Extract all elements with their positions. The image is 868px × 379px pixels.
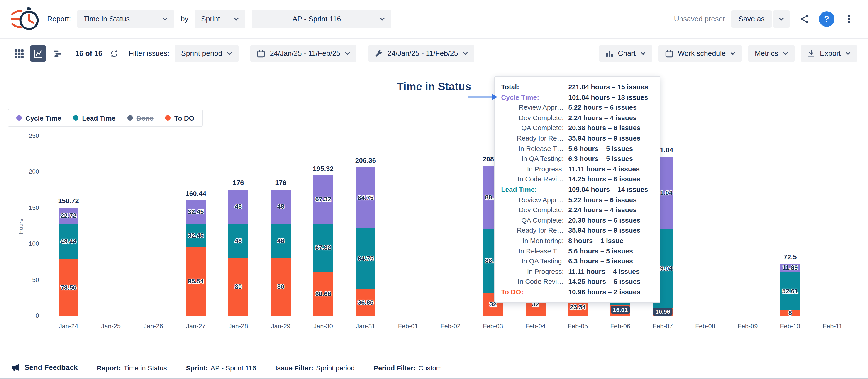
calendar-icon xyxy=(257,49,265,58)
tooltip-row-value: 10.96 hours – 2 issues xyxy=(568,287,641,297)
tooltip-row-label: In Release T… xyxy=(501,246,568,256)
issue-filter-value: Sprint period xyxy=(181,50,222,58)
tooltip-row-label: Review Appr… xyxy=(501,195,568,205)
y-axis-tick: 100 xyxy=(20,240,39,247)
bar-total-label: 206.36 xyxy=(355,157,376,164)
x-axis-line xyxy=(43,316,855,316)
report-type-select[interactable]: Time in Status xyxy=(77,10,174,28)
tooltip-row-value: 11.11 hours – 4 issues xyxy=(568,164,640,174)
bar-segment-label: 52.61 xyxy=(782,287,798,294)
metrics-select[interactable]: Metrics xyxy=(748,45,794,62)
chart-type-select[interactable]: Chart xyxy=(599,45,652,62)
x-axis-label: Jan-28 xyxy=(217,322,260,329)
x-axis-label: Feb-10 xyxy=(769,322,811,329)
tooltip-row-value: 8 hours – 1 issue xyxy=(568,236,623,246)
y-axis-tick: 150 xyxy=(20,204,39,211)
bar-segment-label: 36.86 xyxy=(358,298,373,306)
bar-segment-label: 67.32 xyxy=(315,196,331,203)
chevron-down-icon xyxy=(227,52,232,55)
footer-summary-value: AP - Sprint 116 xyxy=(211,364,256,372)
x-axis-label: Jan-27 xyxy=(175,322,217,329)
tooltip-row-label: In Code Revi… xyxy=(501,174,568,185)
more-options-button[interactable]: ⋮ xyxy=(841,11,857,27)
send-feedback-button[interactable]: Send Feedback xyxy=(11,364,78,372)
save-as-menu-button[interactable] xyxy=(773,10,790,28)
megaphone-icon xyxy=(11,364,20,372)
footer-summary-item: Report:Time in Status xyxy=(97,364,167,372)
tooltip-row-label: QA Complete: xyxy=(501,215,568,225)
calendar-icon xyxy=(664,49,673,58)
chart-type-value: Chart xyxy=(618,50,636,58)
bar-segment-label: 16.01 xyxy=(611,306,630,314)
footer-summary-label: Report: xyxy=(97,364,121,372)
grid-view-button[interactable] xyxy=(11,45,27,62)
group-by-value: Sprint xyxy=(201,15,229,23)
tooltip-row-label: In Code Revi… xyxy=(501,277,568,287)
tooltip-row-in-release-t: In Release T…5.6 hours – 5 issues xyxy=(501,144,653,154)
filter-issues-label: Filter issues: xyxy=(129,50,169,58)
chart-view-button[interactable] xyxy=(30,45,46,62)
annotation-arrow-icon xyxy=(468,93,498,101)
bar-segment-label: 48 xyxy=(277,237,284,244)
bar-segment-label: 48 xyxy=(277,202,284,210)
tooltip-row-label: Total: xyxy=(501,82,568,92)
tooltip-row-qa-complete: QA Complete:20.38 hours – 6 issues xyxy=(501,215,653,225)
bar-total-label: 72.5 xyxy=(783,253,797,261)
custom-period-select[interactable]: 24/Jan/25 - 11/Feb/25 xyxy=(369,45,474,62)
sprint-value: AP - Sprint 116 xyxy=(258,15,375,23)
line-chart-icon xyxy=(33,49,43,58)
tooltip-row-label: In QA Testing: xyxy=(501,154,568,164)
chart-area: Time in Status Cycle TimeLead TimeDoneTo… xyxy=(0,68,868,357)
share-icon xyxy=(800,14,809,24)
chevron-down-icon xyxy=(845,52,851,55)
custom-period-value: 24/Jan/25 - 11/Feb/25 xyxy=(388,50,458,58)
y-axis-tick: 250 xyxy=(20,132,39,139)
share-button[interactable] xyxy=(796,11,813,27)
footer-summary-value: Custom xyxy=(418,364,442,372)
tooltip-row-label: QA Complete: xyxy=(501,123,568,133)
bar-segment-label: 48 xyxy=(235,202,242,210)
tooltip-row-in-code-revi: In Code Revi…14.25 hours – 6 issues xyxy=(501,174,653,185)
chevron-down-icon xyxy=(779,17,784,21)
chevron-down-icon xyxy=(783,52,788,55)
tooltip-row-total: Total:221.04 hours – 15 issues xyxy=(501,82,653,92)
grid-view-icon xyxy=(14,49,24,58)
x-axis-label: Jan-29 xyxy=(259,322,302,329)
x-axis-label: Feb-03 xyxy=(472,322,514,329)
bar-segment-label: 48 xyxy=(235,237,242,244)
preset-status: Unsaved preset xyxy=(674,15,725,23)
issue-filter-select[interactable]: Sprint period xyxy=(175,45,239,62)
metrics-value: Metrics xyxy=(755,50,778,58)
tooltip-row-value: 5.6 hours – 5 issues xyxy=(568,144,633,154)
tooltip-row-value: 5.22 hours – 6 issues xyxy=(568,102,637,113)
x-axis-label: Feb-09 xyxy=(726,322,769,329)
export-select[interactable]: Export xyxy=(801,45,857,62)
refresh-button[interactable] xyxy=(108,45,120,62)
tooltip-row-label: In Release T… xyxy=(501,144,568,154)
tooltip-row-lead-time: Lead Time:109.04 hours – 14 issues xyxy=(501,185,653,195)
tooltip-row-label: Lead Time: xyxy=(501,185,568,195)
x-axis-label: Jan-25 xyxy=(90,322,132,329)
x-axis-label: Feb-06 xyxy=(599,322,642,329)
x-axis-label: Jan-26 xyxy=(132,322,175,329)
date-range-select[interactable]: 24/Jan/25 - 11/Feb/25 xyxy=(250,45,357,62)
bar-total-label: 176 xyxy=(232,179,244,186)
work-schedule-select[interactable]: Work schedule xyxy=(658,45,742,62)
timeline-view-button[interactable] xyxy=(49,45,65,62)
tooltip-row-review-appr: Review Appr…5.22 hours – 6 issues xyxy=(501,195,653,205)
tooltip-row-cycle-time: Cycle Time:101.04 hours – 13 issues xyxy=(501,92,653,102)
sprint-select[interactable]: AP - Sprint 116 xyxy=(252,10,392,28)
footer-summary-item: Sprint:AP - Sprint 116 xyxy=(186,364,256,372)
bar-segment-label: 84.75 xyxy=(358,255,373,262)
y-axis-tick: 0 xyxy=(20,312,39,319)
bar-segment-label: 60.68 xyxy=(315,290,331,297)
help-button[interactable]: ? xyxy=(819,11,834,27)
footer-summary: Report:Time in StatusSprint:AP - Sprint … xyxy=(97,364,442,372)
group-by-select[interactable]: Sprint xyxy=(195,10,246,28)
save-as-split-button: Save as xyxy=(731,10,790,28)
tooltip-row-label: Dev Complete: xyxy=(501,113,568,123)
timeline-view-icon xyxy=(52,49,62,58)
tooltip-row-value: 35.94 hours – 9 issues xyxy=(568,133,641,144)
wrench-icon xyxy=(375,50,383,58)
save-as-button[interactable]: Save as xyxy=(731,10,772,28)
